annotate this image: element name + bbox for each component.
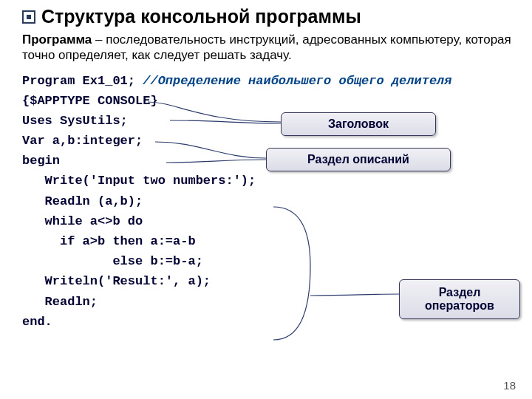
label-operators: Раздел операторов: [399, 279, 520, 319]
bullet-icon: [22, 10, 35, 24]
label-header: Заголовок: [281, 112, 436, 136]
code-line-11: Writeln('Result:', a);: [22, 274, 211, 288]
code-line-6: Write('Input two numbers:');: [22, 174, 256, 188]
subtitle-bold: Программа: [22, 33, 92, 47]
code-line-5: begin: [22, 154, 60, 168]
code-comment: //Определение наибольшего общего делител…: [135, 74, 451, 88]
code-line-8: while a<>b do: [22, 214, 143, 228]
code-line-9: if a>b then a:=a-b: [22, 234, 196, 248]
subtitle: Программа – последовательность инструкци…: [22, 32, 517, 64]
page-number: 18: [503, 379, 516, 392]
code-line-13: end.: [22, 315, 52, 329]
code-line-7: Readln (a,b);: [22, 194, 143, 208]
code-line-4: Var a,b:integer;: [22, 134, 143, 148]
title-area: Структура консольной программы: [22, 6, 517, 27]
code-line-10: else b:=b-a;: [22, 254, 203, 268]
subtitle-rest: – последовательность инструкций, адресов…: [22, 33, 511, 62]
code-line-3: Uses SysUtils;: [22, 114, 128, 128]
code-line-12: Readln;: [22, 295, 98, 309]
code-line-1a: Program Ex1_01;: [22, 74, 135, 88]
slide-title: Структура консольной программы: [41, 6, 361, 27]
label-declarations: Раздел описаний: [266, 148, 451, 171]
code-line-2: {$APPTYPE CONSOLE}: [22, 94, 158, 108]
